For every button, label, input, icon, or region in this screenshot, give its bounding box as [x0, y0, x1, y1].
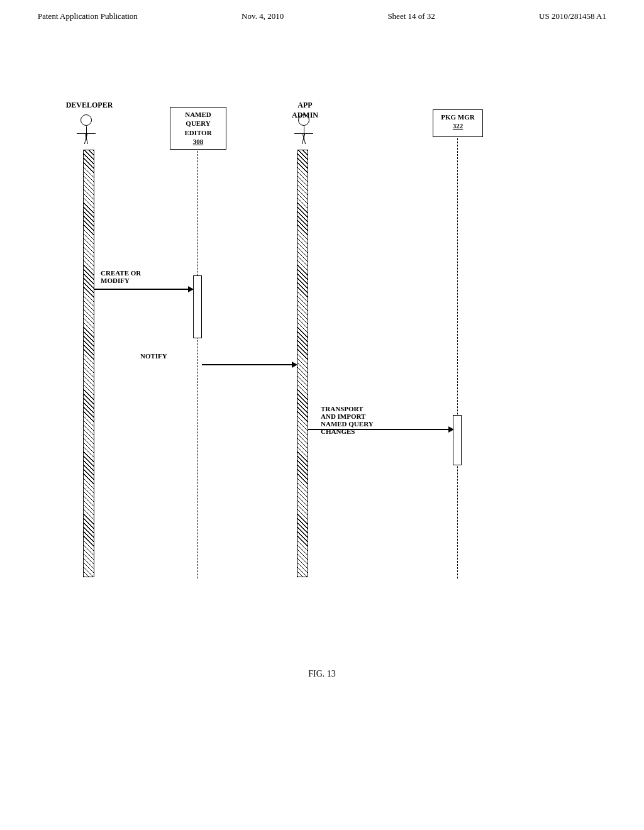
- developer-label: DEVELOPER: [64, 101, 114, 111]
- stick-legs-2: [296, 134, 311, 144]
- developer-activation: [83, 150, 94, 577]
- page-header: Patent Application Publication Nov. 4, 2…: [0, 0, 644, 21]
- header-right: US 2010/281458 A1: [539, 11, 606, 21]
- sequence-diagram: DEVELOPER NAMEDQUERYEDITOR308 APPADMIN P…: [38, 101, 606, 729]
- stick-head-2: [298, 114, 309, 126]
- pkgmgr-activation: [453, 415, 462, 465]
- named-query-editor-box: NAMEDQUERYEDITOR308: [170, 107, 226, 150]
- named-query-editor-lifeline: [197, 151, 198, 578]
- app-admin-activation: [297, 150, 308, 577]
- stick-legs: [79, 134, 94, 144]
- developer-figure: [77, 114, 96, 151]
- notify-arrow: [202, 362, 297, 368]
- figure-caption: FIG. 13: [38, 669, 606, 679]
- header-center-date: Nov. 4, 2010: [242, 11, 284, 21]
- header-sheet: Sheet 14 of 32: [387, 11, 435, 21]
- create-modify-label: CREATE ORMODIFY: [101, 269, 141, 284]
- notify-label: NOTIFY: [140, 352, 167, 360]
- pkg-mgr-box: PKG MGR322: [433, 109, 483, 137]
- transport-import-label: TRANSPORTAND IMPORTNAMED QUERYCHANGES: [321, 405, 374, 435]
- nqe-activation-create: [193, 275, 202, 338]
- create-modify-arrow: [94, 286, 194, 292]
- pkg-mgr-lifeline: [457, 138, 458, 578]
- stick-head: [80, 114, 92, 126]
- app-admin-figure: [294, 114, 313, 151]
- header-left: Patent Application Publication: [38, 11, 138, 21]
